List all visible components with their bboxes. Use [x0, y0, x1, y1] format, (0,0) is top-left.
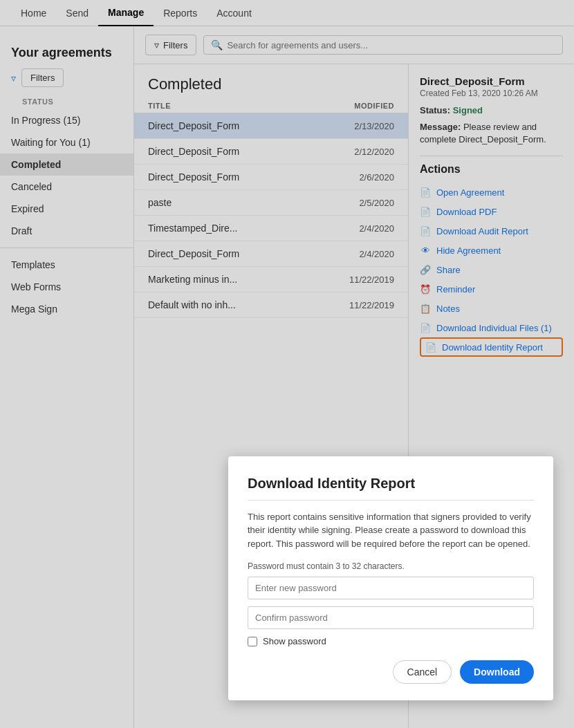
- modal-overlay: Download Identity Report This report con…: [0, 0, 574, 728]
- password-rule: Password must contain 3 to 32 characters…: [248, 561, 534, 571]
- cancel-button[interactable]: Cancel: [393, 660, 452, 684]
- show-password-checkbox[interactable]: [248, 637, 257, 646]
- modal-box: Download Identity Report This report con…: [228, 456, 553, 701]
- modal-title: Download Identity Report: [248, 476, 534, 492]
- show-password-label[interactable]: Show password: [263, 636, 326, 646]
- modal-description: This report contains sensitive informati…: [248, 510, 534, 551]
- download-button[interactable]: Download: [460, 660, 534, 684]
- modal-buttons: Cancel Download: [248, 660, 534, 684]
- password-input[interactable]: [248, 577, 534, 599]
- show-password-row: Show password: [248, 636, 534, 646]
- confirm-password-input[interactable]: [248, 606, 534, 629]
